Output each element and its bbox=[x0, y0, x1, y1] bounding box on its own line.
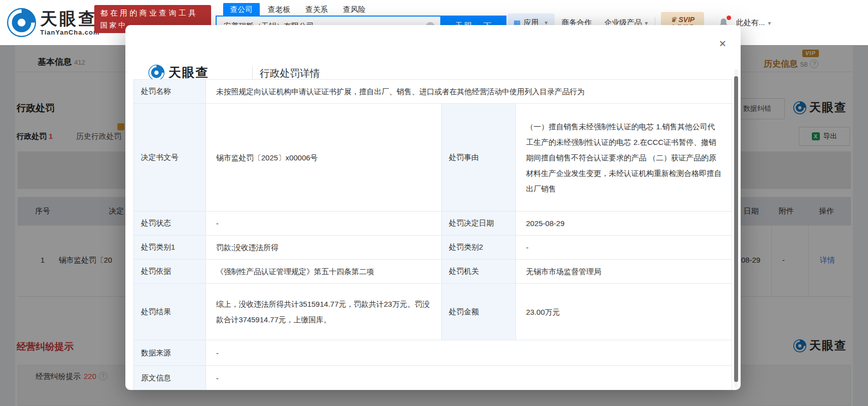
penalty-detail-table: 处罚名称 未按照规定向认证机构申请认证证书扩展，擅自出厂、销售、进口或者在其他经… bbox=[133, 79, 732, 390]
field-label: 处罚结果 bbox=[134, 284, 206, 340]
crown-icon: ♛ bbox=[670, 16, 677, 24]
modal-scrollbar[interactable] bbox=[734, 69, 738, 388]
field-value: 罚款;没收违法所得 bbox=[206, 236, 442, 260]
logo-domain: TianYanCha.com bbox=[40, 29, 100, 36]
field-value: - bbox=[206, 366, 732, 390]
notification-dot bbox=[727, 16, 731, 20]
field-label: 处罚决定日期 bbox=[442, 212, 516, 236]
field-value: 锡市监处罚〔2025〕x00006号 bbox=[206, 104, 442, 212]
close-icon[interactable]: × bbox=[715, 36, 730, 51]
field-label: 决定书文号 bbox=[134, 104, 206, 212]
field-label: 处罚依据 bbox=[134, 260, 206, 284]
search-tab-boss[interactable]: 查老板 bbox=[261, 3, 297, 17]
field-value: - bbox=[516, 236, 732, 260]
field-value: （一）擅自销售未经强制性认证的电芯 1.销售其他公司代工生产的未经强制性认证的电… bbox=[516, 104, 732, 212]
tianyancha-logo-icon bbox=[7, 8, 36, 37]
search-tab-risk[interactable]: 查风险 bbox=[336, 3, 373, 17]
field-value: 综上，没收违法所得共计3515914.77元，罚款共计23万元。罚没款合计374… bbox=[206, 284, 442, 340]
search-tabs: 查公司 查老板 查关系 查风险 bbox=[223, 3, 373, 17]
search-tab-company[interactable]: 查公司 bbox=[223, 3, 260, 17]
penalty-detail-modal: 天眼查 行政处罚详情 × 处罚名称 未按照规定向认证机构申请认证证书扩展，擅自出… bbox=[125, 25, 741, 390]
tianyancha-logo-icon bbox=[148, 65, 164, 81]
field-value: 无锡市市场监督管理局 bbox=[516, 260, 732, 284]
search-tab-relation[interactable]: 查关系 bbox=[298, 3, 335, 17]
field-label: 处罚名称 bbox=[134, 80, 206, 104]
title-divider bbox=[252, 66, 253, 79]
promo-line1: 都在用的商业查询工具 bbox=[100, 9, 206, 18]
logo-name: 天眼查 bbox=[40, 10, 100, 27]
field-value: 《强制性产品认证管理规定》第五十四条第二项 bbox=[206, 260, 442, 284]
field-value: - bbox=[206, 340, 732, 366]
field-value: 2025-08-29 bbox=[516, 212, 732, 236]
logo-text-block[interactable]: 天眼查 TianYanCha.com bbox=[40, 10, 100, 36]
field-label: 处罚类别2 bbox=[442, 236, 516, 260]
field-value: 23.00万元 bbox=[516, 284, 732, 340]
field-label: 处罚机关 bbox=[442, 260, 516, 284]
modal-logo-text: 天眼查 bbox=[168, 64, 209, 81]
field-label: 处罚状态 bbox=[134, 212, 206, 236]
page-root: 基本信息412 VIP 历史信息58? 行政处罚 行政处罚1 历史行政处罚 数据… bbox=[0, 0, 868, 406]
field-label: 原文信息 bbox=[134, 366, 206, 390]
modal-title: 行政处罚详情 bbox=[260, 67, 320, 80]
scrollbar-thumb[interactable] bbox=[734, 76, 738, 382]
field-value: 未按照规定向认证机构申请认证证书扩展，擅自出厂、销售、进口或者在其他经营活动中使… bbox=[206, 80, 732, 104]
nav-user-label: 此处有... bbox=[736, 18, 765, 27]
modal-logo: 天眼查 bbox=[148, 64, 209, 81]
svip-label: ♛ SVIP bbox=[670, 16, 695, 24]
field-label: 处罚类别1 bbox=[134, 236, 206, 260]
field-label: 数据来源 bbox=[134, 340, 206, 366]
nav-user-menu[interactable]: 此处有...▼ bbox=[736, 18, 772, 28]
field-value: - bbox=[206, 212, 442, 236]
field-label: 处罚事由 bbox=[442, 104, 516, 212]
field-label: 处罚金额 bbox=[442, 284, 516, 340]
chevron-down-icon: ▼ bbox=[767, 21, 772, 26]
